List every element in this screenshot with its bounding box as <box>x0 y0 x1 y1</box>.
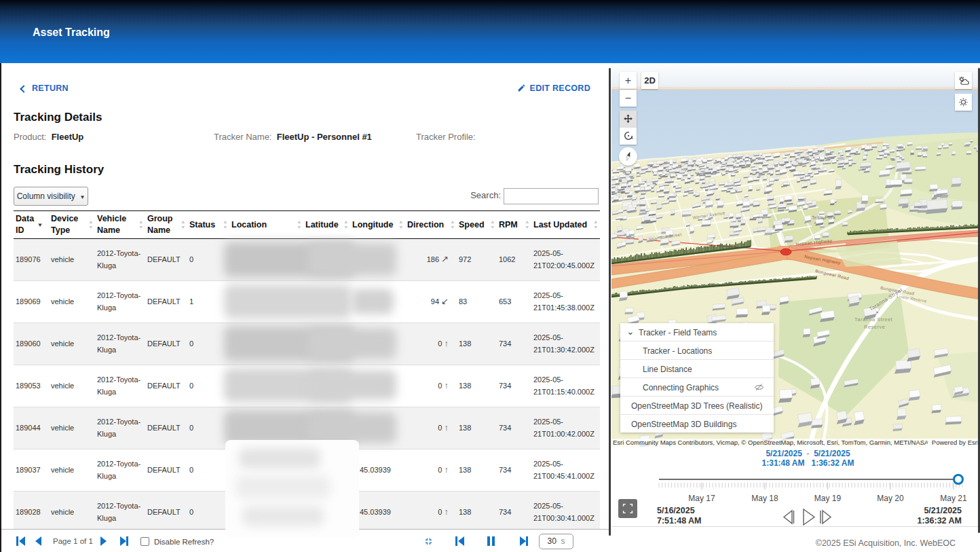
svg-text:Taranna Street: Taranna Street <box>854 316 893 323</box>
svg-text:Tellis Park: Tellis Park <box>812 215 835 220</box>
svg-text:Reserve: Reserve <box>864 324 885 330</box>
